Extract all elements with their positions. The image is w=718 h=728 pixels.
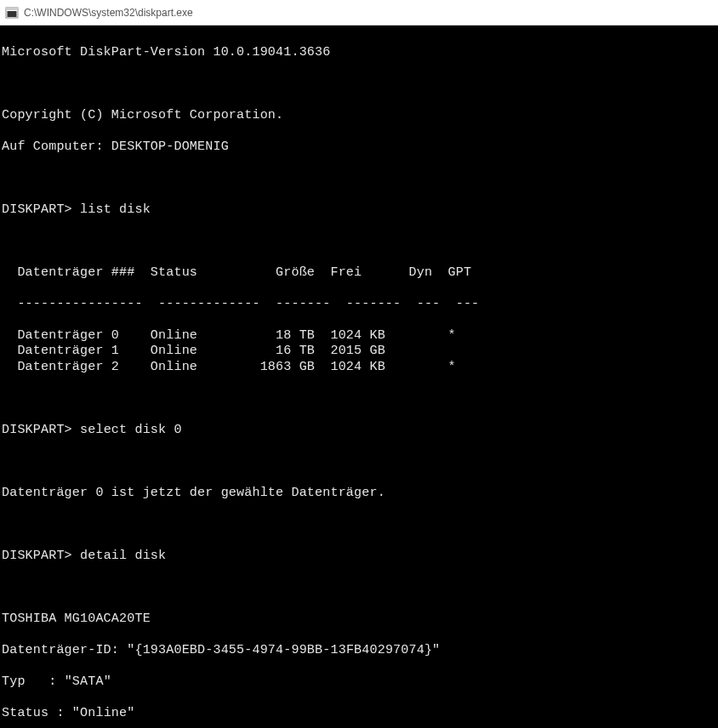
command-detail-disk: detail disk: [80, 549, 166, 563]
svg-rect-2: [8, 11, 17, 17]
select-response: Datenträger 0 ist jetzt der gewählte Dat…: [2, 486, 716, 502]
disk-table-row: Datenträger 2 Online 1863 GB 1024 KB *: [2, 360, 716, 376]
prompt-line-1: DISKPART> list disk: [2, 202, 716, 219]
disk-status: Status : "Online": [2, 706, 716, 722]
disk-table-divider: ---------------- ------------- ------- -…: [2, 297, 716, 313]
computer-line: Auf Computer: DESKTOP-DOMENIG: [2, 139, 716, 156]
disk-table-row: Datenträger 1 Online 16 TB 2015 GB: [2, 344, 716, 360]
prompt-line-2: DISKPART> select disk 0: [2, 423, 716, 439]
disk-typ: Typ : "SATA": [2, 674, 716, 691]
svg-rect-1: [6, 8, 18, 10]
copyright-line: Copyright (C) Microsoft Corporation.: [2, 108, 716, 124]
disk-table-header: Datenträger ### Status Größe Frei Dyn GP…: [2, 265, 716, 282]
diskpart-window: C:\WINDOWS\system32\diskpart.exe Microso…: [0, 0, 718, 728]
command-select-disk: select disk 0: [80, 423, 182, 437]
window-title: C:\WINDOWS\system32\diskpart.exe: [24, 7, 193, 19]
disk-model: TOSHIBA MG10ACA20TE: [2, 611, 716, 628]
console-output[interactable]: Microsoft DiskPart-Version 10.0.19041.36…: [0, 26, 718, 728]
version-line: Microsoft DiskPart-Version 10.0.19041.36…: [2, 45, 716, 61]
window-titlebar[interactable]: C:\WINDOWS\system32\diskpart.exe: [0, 0, 718, 26]
disk-id: Datenträger-ID: "{193A0EBD-3455-4974-99B…: [2, 643, 716, 659]
disk-table-row: Datenträger 0 Online 18 TB 1024 KB *: [2, 328, 716, 344]
prompt-line-3: DISKPART> detail disk: [2, 549, 716, 565]
command-list-disk: list disk: [80, 202, 151, 217]
console-app-icon: [5, 6, 19, 20]
